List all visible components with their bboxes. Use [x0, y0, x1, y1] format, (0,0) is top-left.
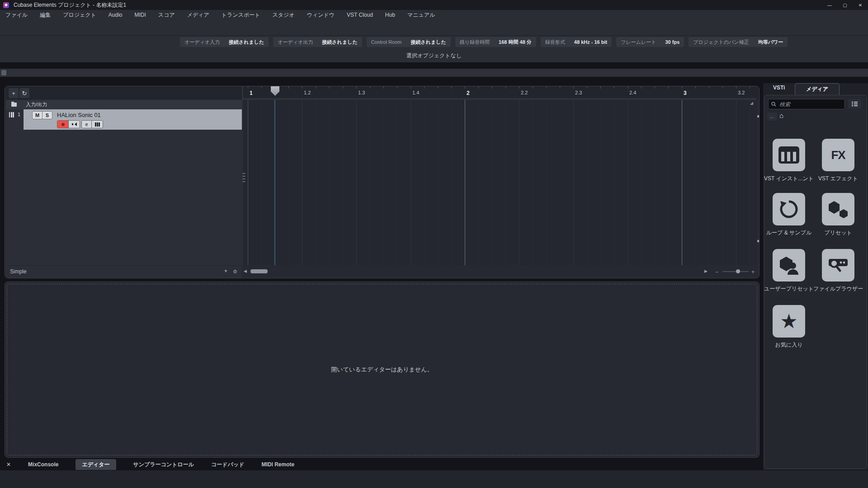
- menu-project[interactable]: プロジェクト: [63, 11, 96, 19]
- info-value: 接続されました: [317, 39, 362, 46]
- tab-editor[interactable]: エディター: [75, 459, 116, 470]
- tab-media[interactable]: メディア: [795, 83, 840, 95]
- home-button[interactable]: ⌂: [779, 112, 783, 119]
- overview-strip[interactable]: [0, 69, 868, 77]
- zoom-in-icon[interactable]: +: [751, 269, 755, 275]
- tile-presets[interactable]: [822, 193, 854, 225]
- menu-score[interactable]: スコア: [158, 11, 175, 19]
- scroll-right-icon[interactable]: ▶: [704, 269, 708, 273]
- edit-channel-settings-button[interactable]: e: [82, 121, 91, 128]
- ruler-minor-tick: [505, 86, 506, 89]
- zoom-out-icon[interactable]: −: [715, 269, 718, 275]
- input-output-channels-folder[interactable]: 入力/出力: [6, 100, 242, 110]
- menu-audio[interactable]: Audio: [108, 12, 123, 18]
- info-label: オーディオ出力: [273, 39, 317, 46]
- horizontal-scroll-thumb[interactable]: [250, 269, 268, 273]
- tile-favorites[interactable]: ★: [773, 305, 805, 338]
- list-view-icon: [852, 101, 858, 106]
- track-list-splitter[interactable]: [242, 172, 245, 184]
- ruler-minor-tick: [682, 86, 682, 89]
- minimize-button[interactable]: —: [822, 0, 837, 10]
- use-track-preset-button[interactable]: ↻: [19, 88, 29, 98]
- ruler-minor-tick: [655, 86, 655, 89]
- lane-dropdown-icon[interactable]: ▼: [224, 269, 228, 273]
- tab-vsti[interactable]: VSTi: [773, 84, 785, 91]
- menu-window[interactable]: ウィンドウ: [307, 11, 335, 19]
- lower-zone-close-icon[interactable]: ✕: [6, 461, 11, 468]
- maximize-button[interactable]: ▢: [837, 0, 853, 10]
- record-enable-button[interactable]: [57, 121, 68, 128]
- menu-hub[interactable]: Hub: [385, 12, 395, 18]
- tile-vst-effects[interactable]: FX: [822, 139, 854, 171]
- scroll-left-icon[interactable]: ◀: [244, 269, 247, 273]
- keyboard-icon: [95, 122, 100, 127]
- track-mute-button[interactable]: M: [33, 112, 42, 119]
- menu-file[interactable]: ファイル: [5, 11, 28, 19]
- tab-chord-pads[interactable]: コードパッド: [211, 461, 244, 469]
- menu-transport[interactable]: トランスポート: [222, 11, 260, 19]
- list-view-button[interactable]: [848, 99, 861, 108]
- vertical-scroll-thumb[interactable]: [757, 115, 760, 117]
- vertical-scrollbar[interactable]: [756, 100, 760, 265]
- timeline-ruler[interactable]: 11.21.31.422.22.32.433.2: [242, 86, 756, 100]
- instrument-track-row[interactable]: 1 M S HALion Sonic 01 e: [6, 109, 242, 130]
- tile-loops-samples[interactable]: [773, 193, 805, 225]
- menu-edit[interactable]: 編集: [40, 11, 51, 19]
- tab-sampler-control[interactable]: サンプラーコントロール: [133, 461, 194, 469]
- grid-line: [451, 100, 452, 265]
- ruler-minor-tick: [709, 86, 709, 89]
- grid-line: [750, 100, 750, 265]
- track-settings-gear-icon[interactable]: ⚙: [233, 269, 237, 275]
- ruler-minor-tick: [668, 86, 669, 89]
- back-button[interactable]: ←: [767, 113, 777, 121]
- track-solo-button[interactable]: S: [42, 112, 52, 119]
- ruler-minor-tick: [451, 86, 452, 89]
- event-display[interactable]: [242, 100, 757, 265]
- edit-instrument-group: e: [81, 120, 103, 128]
- grid-line: [316, 100, 316, 265]
- record-dot-icon: [61, 123, 65, 126]
- tab-midi-remote[interactable]: MIDI Remote: [261, 461, 294, 468]
- info-label: 録音形式: [541, 39, 570, 46]
- horizontal-scrollbar[interactable]: ◀ ▶ − +: [242, 267, 756, 277]
- menu-manual[interactable]: マニュアル: [407, 11, 435, 19]
- monitor-button[interactable]: [68, 121, 80, 128]
- zoom-slider-thumb[interactable]: [736, 269, 740, 273]
- media-search-box[interactable]: [768, 99, 845, 109]
- info-value: 48 kHz - 16 bit: [570, 39, 612, 45]
- piano-icon: [778, 146, 799, 164]
- info-segments: オーディオ入力 接続されました オーディオ出力 接続されました Control …: [180, 37, 788, 47]
- overview-thumb[interactable]: [1, 70, 6, 75]
- ruler-minor-tick: [288, 86, 289, 89]
- vertical-zoom-thumb[interactable]: [757, 240, 760, 242]
- info-value: 均等パワー: [754, 39, 788, 46]
- tile-label: お気に入り: [764, 341, 814, 349]
- record-time-remaining: 残り録音時間 168 時間 48 分: [455, 37, 536, 47]
- menu-vst-cloud[interactable]: VST Cloud: [347, 12, 373, 18]
- ruler-tick-label: 1.4: [412, 90, 419, 95]
- edit-instrument-button[interactable]: [91, 121, 103, 128]
- track-controls-cell[interactable]: M S HALion Sonic 01 e: [24, 109, 242, 130]
- close-button[interactable]: ✕: [853, 0, 868, 10]
- grid-line: [655, 100, 655, 265]
- tile-user-presets[interactable]: [773, 249, 805, 282]
- grid-line: [438, 100, 438, 265]
- menu-studio[interactable]: スタジオ: [273, 11, 295, 19]
- track-type-cell: 1: [6, 109, 24, 130]
- search-input[interactable]: [778, 101, 839, 108]
- tab-mixconsole[interactable]: MixConsole: [28, 461, 58, 468]
- menu-media[interactable]: メディア: [187, 11, 209, 19]
- ruler-minor-tick: [316, 86, 316, 89]
- track-name[interactable]: HALion Sonic 01: [57, 112, 101, 118]
- tile-vst-instruments[interactable]: [773, 139, 805, 171]
- zoom-slider[interactable]: [722, 271, 749, 272]
- tile-file-browser[interactable]: [822, 249, 854, 282]
- cubase-logo-icon: [3, 2, 9, 8]
- menu-midi[interactable]: MIDI: [135, 12, 146, 18]
- ruler-minor-tick: [302, 86, 302, 89]
- add-track-button[interactable]: +: [9, 88, 19, 98]
- info-value: 接続されました: [224, 39, 269, 46]
- zoom-corner-icon[interactable]: ◢: [750, 101, 753, 105]
- track-list: 入力/出力 1 M S HALion Sonic 01 e: [6, 100, 242, 265]
- grid-line: [383, 100, 384, 265]
